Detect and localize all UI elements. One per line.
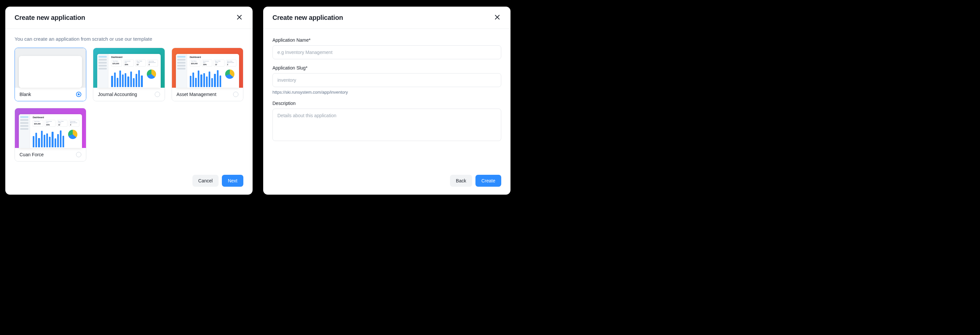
preview-pie-chart [223,68,236,88]
preview-bar-chart [190,68,221,88]
preview-sidebar [19,114,30,148]
template-grid: Blank Dashboard Total Sales$25,000 [14,48,243,161]
template-preview: Dashboard Total Sales$25,000 Conversion … [172,48,243,88]
template-card-footer: Asset Management [172,88,243,101]
preview-bar-chart [111,68,143,88]
preview-stat: New Order Today12 [57,120,67,127]
description-input[interactable] [272,108,501,141]
preview-stat: Upcoming Appointments3 [226,60,236,67]
modal-body: Application Name* Application Slug* http… [263,29,511,169]
application-slug-input[interactable] [272,73,501,87]
create-button[interactable]: Create [476,175,501,187]
preview-charts [190,68,236,88]
preview-stat: New Order Today12 [135,60,146,67]
template-card-footer: Blank [15,88,86,101]
next-button[interactable]: Next [222,175,243,187]
create-app-modal-templates: Create new application You can create an… [5,6,253,195]
application-slug-label: Application Slug* [272,65,501,70]
application-name-label: Application Name* [272,37,501,43]
application-name-input[interactable] [272,45,501,59]
preview-stat: Upcoming Appointments3 [147,60,158,67]
preview-heading: Dashboard [190,56,236,58]
preview-window: Dashboard Total Sales$25,000 Conversion … [176,54,239,88]
template-card-cuan-force[interactable]: Dashboard Total Sales$25,000 Conversion … [14,108,86,161]
description-label: Description [272,100,501,106]
preview-main: Dashboard Total Sales$25,000 Conversion … [108,54,161,88]
template-label: Cuan Force [19,152,44,157]
template-card-asset-management[interactable]: Dashboard Total Sales$25,000 Conversion … [172,48,243,101]
preview-heading: Dashboard [111,56,158,58]
field-description: Description [272,100,501,142]
preview-window: Dashboard Total Sales$25,000 Conversion … [97,54,161,88]
template-card-footer: Journal Accounting [93,88,164,101]
template-label: Blank [19,92,31,97]
preview-pie-chart [66,128,80,148]
modal-title: Create new application [272,14,343,22]
template-preview: Dashboard Total Sales$25,000 Conversion … [15,108,86,148]
preview-stat: Upcoming Appointments3 [69,120,80,127]
radio-indicator [76,152,81,157]
modal-subtitle: You can create an application from scrat… [14,36,243,42]
preview-charts [33,128,80,148]
preview-bar-chart [33,128,64,148]
preview-heading: Dashboard [33,116,80,118]
template-preview: Dashboard Total Sales$25,000 Conversion … [93,48,164,88]
template-card-blank[interactable]: Blank [14,48,86,101]
application-slug-help: https://ski.runsystem.com/app/inventory [272,90,501,95]
close-icon [495,13,500,22]
preview-pie-chart [145,68,158,88]
preview-stat: Conversion Rate35% [123,60,134,67]
create-app-modal-form: Create new application Application Name*… [263,6,511,195]
preview-stat: Total Sales$25,000 [190,60,200,67]
modal-footer: Cancel Next [5,169,253,195]
preview-window-blank [19,56,82,88]
modal-header: Create new application [5,6,253,29]
modal-body: You can create an application from scrat… [5,29,253,169]
modal-header: Create new application [263,6,511,29]
preview-stat: Conversion Rate35% [45,120,55,127]
template-label: Asset Management [177,92,216,97]
preview-stats: Total Sales$25,000 Conversion Rate35% Ne… [190,60,236,67]
preview-stats: Total Sales$25,000 Conversion Rate35% Ne… [33,120,80,127]
preview-main: Dashboard Total Sales$25,000 Conversion … [187,54,239,88]
modal-title: Create new application [14,14,85,22]
preview-stats: Total Sales$25,000 Conversion Rate35% Ne… [111,60,158,67]
field-application-name: Application Name* [272,37,501,59]
preview-stat: Total Sales$25,000 [33,120,43,127]
template-label: Journal Accounting [98,92,137,97]
preview-sidebar [97,54,108,88]
preview-stat: Conversion Rate35% [202,60,212,67]
preview-charts [111,68,158,88]
template-card-footer: Cuan Force [15,148,86,161]
preview-window: Dashboard Total Sales$25,000 Conversion … [19,114,82,148]
cancel-button[interactable]: Cancel [192,175,219,187]
modal-footer: Back Create [263,169,511,195]
preview-stat: New Order Today12 [213,60,224,67]
radio-indicator [76,92,81,97]
template-card-journal-accounting[interactable]: Dashboard Total Sales$25,000 Conversion … [93,48,165,101]
preview-main: Dashboard Total Sales$25,000 Conversion … [30,114,82,148]
close-button[interactable] [493,13,501,22]
preview-stat: Total Sales$25,000 [111,60,122,67]
back-button[interactable]: Back [450,175,472,187]
close-button[interactable] [235,13,243,22]
close-icon [237,13,242,22]
preview-sidebar [176,54,187,88]
template-preview [15,48,86,88]
radio-indicator [233,92,239,97]
field-application-slug: Application Slug* https://ski.runsystem.… [272,65,501,95]
radio-indicator [155,92,160,97]
